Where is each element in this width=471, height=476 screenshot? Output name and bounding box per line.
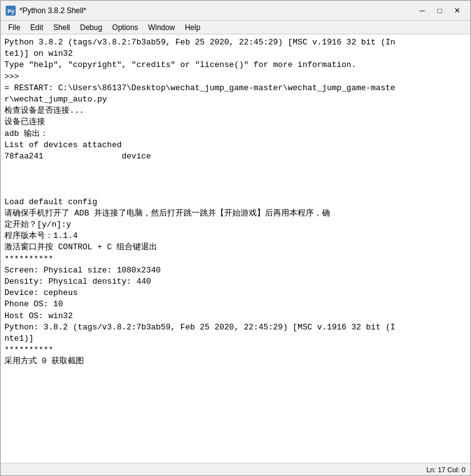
menu-window[interactable]: Window <box>143 22 180 33</box>
maximize-button[interactable]: □ <box>432 4 448 17</box>
menu-file[interactable]: File <box>3 22 25 33</box>
python-icon: Py <box>6 6 16 16</box>
menu-options[interactable]: Options <box>107 22 143 33</box>
title-bar-left: Py *Python 3.8.2 Shell* <box>6 6 86 16</box>
menu-edit[interactable]: Edit <box>25 22 48 33</box>
menu-shell[interactable]: Shell <box>48 22 75 33</box>
minimize-button[interactable]: ─ <box>414 4 430 17</box>
status-bar: Ln: 17 Col: 0 <box>1 463 470 475</box>
window-title: *Python 3.8.2 Shell* <box>19 6 86 15</box>
console-area[interactable]: Python 3.8.2 (tags/v3.8.2:7b3ab59, Feb 2… <box>1 34 470 463</box>
title-controls: ─ □ ✕ <box>414 4 465 17</box>
menu-help[interactable]: Help <box>180 22 205 33</box>
svg-text:Py: Py <box>8 8 14 14</box>
cursor-position: Ln: 17 Col: 0 <box>427 466 465 473</box>
menu-debug[interactable]: Debug <box>75 22 107 33</box>
title-bar: Py *Python 3.8.2 Shell* ─ □ ✕ <box>1 1 470 21</box>
console-output: Python 3.8.2 (tags/v3.8.2:7b3ab59, Feb 2… <box>4 37 467 367</box>
close-button[interactable]: ✕ <box>449 4 465 17</box>
menu-bar: File Edit Shell Debug Options Window Hel… <box>1 21 470 34</box>
main-window: Py *Python 3.8.2 Shell* ─ □ ✕ File Edit … <box>0 0 471 476</box>
